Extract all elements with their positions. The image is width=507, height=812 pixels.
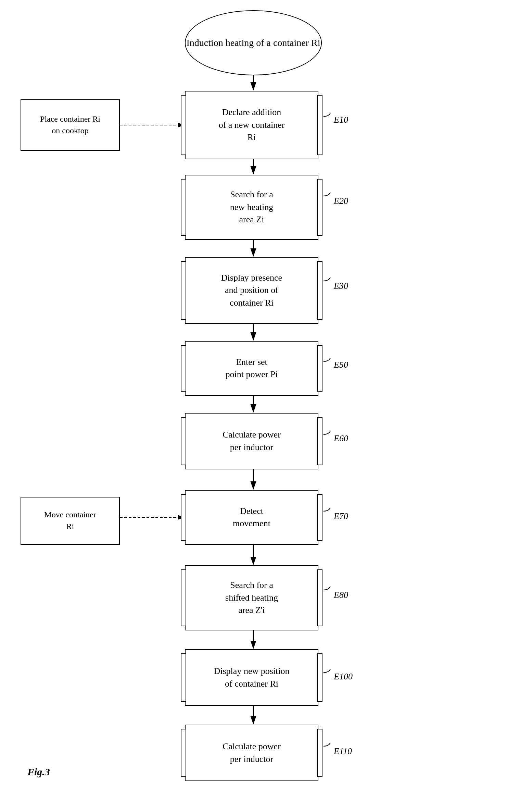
figure-label: Fig.3 xyxy=(27,766,50,778)
step-E50-label: Enter setpoint power Pi xyxy=(225,356,278,381)
step-E60-label: Calculate powerper inductor xyxy=(223,429,281,454)
side-box-place: Place container Rion cooktop xyxy=(21,99,120,151)
step-E80: Search for ashifted heatingarea Z'i xyxy=(185,565,318,630)
label-E20: E20 xyxy=(334,196,348,206)
step-E20-label: Search for anew heatingarea Zi xyxy=(230,188,273,226)
step-E80-label: Search for ashifted heatingarea Z'i xyxy=(225,579,278,616)
side-box-move: Move containerRi xyxy=(21,497,120,545)
step-E30: Display presenceand position ofcontainer… xyxy=(185,257,318,324)
label-E10: E10 xyxy=(334,115,348,125)
label-E70: E70 xyxy=(334,511,348,521)
start-label: Induction heating of a container Ri xyxy=(186,37,320,49)
step-E100: Display new positionof container Ri xyxy=(185,649,318,706)
step-E30-label: Display presenceand position ofcontainer… xyxy=(221,272,282,309)
step-E10-label: Declare additionof a new containerRi xyxy=(219,106,285,144)
step-E20: Search for anew heatingarea Zi xyxy=(185,175,318,240)
step-E70: Detectmovement xyxy=(185,490,318,545)
side-box-place-label: Place container Rion cooktop xyxy=(40,113,100,136)
label-E30: E30 xyxy=(334,281,348,291)
step-E50: Enter setpoint power Pi xyxy=(185,341,318,396)
step-E60: Calculate powerper inductor xyxy=(185,413,318,469)
label-E80: E80 xyxy=(334,590,348,600)
label-E100: E100 xyxy=(334,672,353,682)
start-ellipse: Induction heating of a container Ri xyxy=(185,10,322,75)
step-E10: Declare additionof a new containerRi xyxy=(185,91,318,159)
diagram-container: Induction heating of a container Ri Decl… xyxy=(0,0,507,812)
step-E110-label: Calculate powerper inductor xyxy=(223,740,281,765)
label-E110: E110 xyxy=(334,746,352,756)
label-E50: E50 xyxy=(334,360,348,370)
step-E110: Calculate powerper inductor xyxy=(185,725,318,781)
side-box-move-label: Move containerRi xyxy=(44,509,96,532)
step-E70-label: Detectmovement xyxy=(233,505,270,530)
label-E60: E60 xyxy=(334,433,348,444)
step-E100-label: Display new positionof container Ri xyxy=(214,665,290,690)
